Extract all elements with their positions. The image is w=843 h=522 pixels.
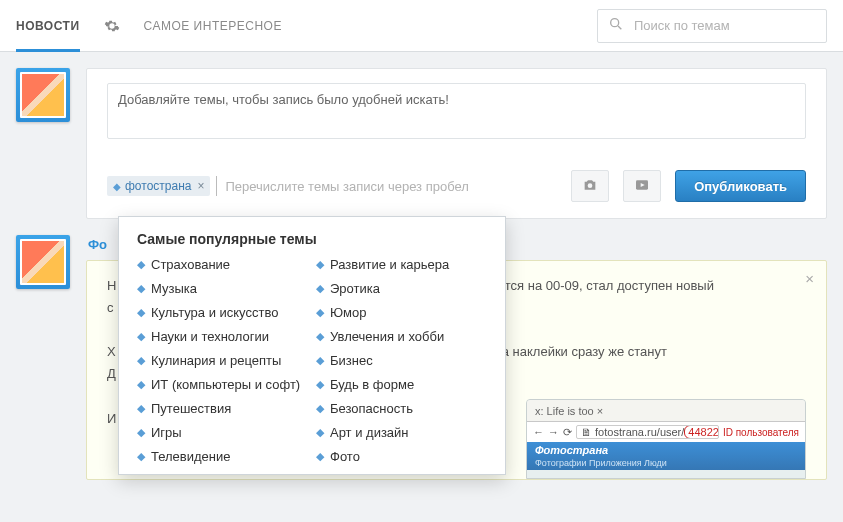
tag-icon: ◆ xyxy=(316,354,324,367)
topic-suggestion[interactable]: ◆Культура и искусство xyxy=(137,305,308,320)
tag-icon: ◆ xyxy=(316,282,324,295)
topic-suggestion[interactable]: ◆Развитие и карьера xyxy=(316,257,487,272)
close-icon[interactable]: × xyxy=(805,271,814,286)
notice-text: Н xyxy=(107,278,116,293)
topic-suggestions-popover: Самые популярные темы ◆Страхование◆Музык… xyxy=(118,216,506,475)
topic-suggestion[interactable]: ◆Науки и технологии xyxy=(137,329,308,344)
tag-icon: ◆ xyxy=(137,258,145,271)
video-icon xyxy=(634,177,650,196)
camera-icon xyxy=(582,177,598,196)
notice-text: Д xyxy=(107,366,116,381)
tag-icon: ◆ xyxy=(137,402,145,415)
topic-label: Путешествия xyxy=(151,401,231,416)
topic-label: Фото xyxy=(330,449,360,464)
browser-brand: Фотострана xyxy=(535,444,797,456)
topic-suggestion[interactable]: ◆Увлечения и хобби xyxy=(316,329,487,344)
topic-label: Эротика xyxy=(330,281,380,296)
avatar[interactable] xyxy=(16,235,70,289)
tag-label: фотострана xyxy=(125,179,191,193)
tags-input[interactable] xyxy=(216,176,557,196)
tag-icon: ◆ xyxy=(316,306,324,319)
svg-line-1 xyxy=(618,26,621,29)
topic-label: Юмор xyxy=(330,305,366,320)
tag-icon: ◆ xyxy=(137,282,145,295)
tab-top[interactable]: САМОЕ ИНТЕРЕСНОЕ xyxy=(144,0,282,52)
svg-point-0 xyxy=(611,19,619,27)
topic-suggestion[interactable]: ◆Кулинария и рецепты xyxy=(137,353,308,368)
topic-suggestion[interactable]: ◆Игры xyxy=(137,425,308,440)
search-field[interactable] xyxy=(597,9,827,43)
topic-suggestion[interactable]: ◆Бизнес xyxy=(316,353,487,368)
screenshot-image: x: Life is too × ←→⟳ 🗎 fotostrana.ru/use… xyxy=(526,399,806,479)
top-navigation: НОВОСТИ САМОЕ ИНТЕРЕСНОЕ xyxy=(0,0,843,52)
tag-icon: ◆ xyxy=(316,378,324,391)
topic-suggestion[interactable]: ◆ИТ (компьютеры и софт) xyxy=(137,377,308,392)
topic-label: Культура и искусство xyxy=(151,305,278,320)
browser-tab-label: x: Life is too × xyxy=(535,405,603,417)
notice-text: Х xyxy=(107,344,116,359)
post-textarea[interactable] xyxy=(107,83,806,139)
topic-label: ИТ (компьютеры и софт) xyxy=(151,377,300,392)
tag-icon: ◆ xyxy=(137,354,145,367)
add-photo-button[interactable] xyxy=(571,170,609,202)
notice-text: с xyxy=(107,300,114,315)
topic-suggestion[interactable]: ◆Юмор xyxy=(316,305,487,320)
topic-suggestion[interactable]: ◆Путешествия xyxy=(137,401,308,416)
topic-suggestion[interactable]: ◆Страхование xyxy=(137,257,308,272)
svg-point-2 xyxy=(588,183,593,188)
tag-icon: ◆ xyxy=(316,450,324,463)
post-composer: ◆ фотострана × Опубликовать xyxy=(86,68,827,219)
publish-button[interactable]: Опубликовать xyxy=(675,170,806,202)
topic-label: Игры xyxy=(151,425,182,440)
notice-text: И xyxy=(107,411,116,426)
tag-icon: ◆ xyxy=(137,306,145,319)
add-video-button[interactable] xyxy=(623,170,661,202)
tag-chip[interactable]: ◆ фотострана × xyxy=(107,176,210,196)
tab-news[interactable]: НОВОСТИ xyxy=(16,0,80,52)
topic-suggestion[interactable]: ◆Арт и дизайн xyxy=(316,425,487,440)
topic-label: Увлечения и хобби xyxy=(330,329,444,344)
popover-title: Самые популярные темы xyxy=(137,231,487,247)
tag-icon: ◆ xyxy=(316,402,324,415)
tag-icon: ◆ xyxy=(137,378,145,391)
tag-icon: ◆ xyxy=(316,330,324,343)
gear-icon[interactable] xyxy=(104,17,120,34)
search-icon xyxy=(608,16,624,35)
tag-icon: ◆ xyxy=(137,330,145,343)
topic-label: Кулинария и рецепты xyxy=(151,353,281,368)
topic-label: Развитие и карьера xyxy=(330,257,449,272)
tags-field[interactable]: ◆ фотострана × xyxy=(107,172,557,200)
topic-label: Телевидение xyxy=(151,449,230,464)
topic-label: Музыка xyxy=(151,281,197,296)
tag-icon: ◆ xyxy=(137,450,145,463)
topic-suggestion[interactable]: ◆Эротика xyxy=(316,281,487,296)
topic-suggestion[interactable]: ◆Безопасность xyxy=(316,401,487,416)
avatar[interactable] xyxy=(16,68,70,122)
topic-label: Арт и дизайн xyxy=(330,425,409,440)
tag-remove-icon[interactable]: × xyxy=(195,179,204,193)
tag-icon: ◆ xyxy=(316,258,324,271)
topic-label: Безопасность xyxy=(330,401,413,416)
tag-icon: ◆ xyxy=(113,181,121,192)
topic-suggestion[interactable]: ◆Телевидение xyxy=(137,449,308,464)
search-input[interactable] xyxy=(632,17,816,34)
topic-label: Науки и технологии xyxy=(151,329,269,344)
tag-icon: ◆ xyxy=(316,426,324,439)
topic-suggestion[interactable]: ◆Будь в форме xyxy=(316,377,487,392)
tag-icon: ◆ xyxy=(137,426,145,439)
topic-suggestion[interactable]: ◆Музыка xyxy=(137,281,308,296)
topic-label: Страхование xyxy=(151,257,230,272)
browser-menu: Фотографии Приложения Люди xyxy=(535,458,797,468)
topic-suggestion[interactable]: ◆Фото xyxy=(316,449,487,464)
topic-label: Будь в форме xyxy=(330,377,414,392)
topic-label: Бизнес xyxy=(330,353,373,368)
